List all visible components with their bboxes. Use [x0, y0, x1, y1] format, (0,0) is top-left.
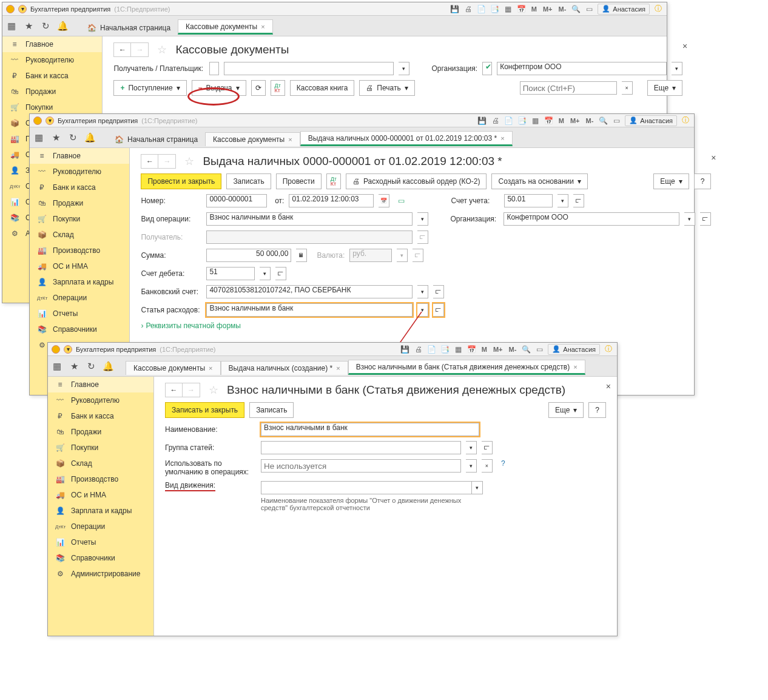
bell-icon[interactable]: 🔔 [57, 21, 68, 32]
page-close[interactable]: × [682, 41, 687, 51]
sidebar-item-sales[interactable]: 🛍Продажи [2, 84, 102, 99]
sidebar-item-bank[interactable]: ₽Банк и касса [2, 68, 102, 84]
btn-dtkt[interactable]: ДтКт [271, 80, 285, 96]
compare-icon[interactable]: 📑 [517, 116, 527, 125]
doc-icon[interactable]: 📄 [477, 5, 487, 13]
apps-icon[interactable]: ▦ [33, 132, 44, 143]
filter-input[interactable] [224, 62, 394, 75]
org-input[interactable]: Конфетпром ООО [504, 212, 679, 226]
info-icon[interactable]: ⓘ [604, 344, 613, 354]
btn-create-base[interactable]: Создать на основании▾ [491, 173, 588, 189]
move-input[interactable] [261, 481, 472, 494]
bell-icon[interactable]: 🔔 [84, 132, 95, 143]
btn-more[interactable]: Еще▾ [647, 80, 682, 96]
nav-fwd[interactable]: → [131, 43, 148, 56]
exp-input[interactable]: Взнос наличными в банк [206, 303, 413, 317]
btn-cashbook[interactable]: Кассовая книга [290, 80, 355, 96]
btn-write[interactable]: Записать [249, 402, 294, 418]
home-tab[interactable]: 🏠Начальная страница [107, 133, 205, 146]
nav-fwd[interactable]: → [183, 383, 200, 397]
sidebar-item-manager[interactable]: 〰Руководителю [2, 52, 102, 68]
btn-more[interactable]: Еще▾ [653, 173, 689, 189]
tab-close[interactable]: × [261, 23, 264, 30]
tab-payout[interactable]: Выдача наличных 0000-000001 от 01.02.201… [300, 131, 513, 146]
use-input[interactable] [261, 459, 461, 473]
app-menu-dropdown[interactable]: ▾ [18, 5, 27, 13]
btn-refresh[interactable]: ⟳ [251, 80, 266, 96]
page-close[interactable]: × [606, 382, 611, 391]
org-check[interactable]: ✔ [482, 62, 492, 75]
use-clear[interactable]: × [482, 459, 493, 473]
btn-more[interactable]: Еще▾ [548, 402, 584, 418]
app-menu-dropdown[interactable]: ▾ [64, 345, 72, 354]
save-icon[interactable]: 💾 [477, 116, 487, 125]
tab-payout-create[interactable]: Выдача наличных (создание) *× [221, 361, 348, 375]
history-icon[interactable]: ↻ [86, 361, 96, 372]
acc-input[interactable]: 50.01 [504, 194, 553, 207]
filter-check[interactable] [209, 62, 219, 75]
home-tab[interactable]: 🏠Начальная страница [80, 21, 178, 35]
calendar-icon[interactable]: 📅 [544, 116, 554, 125]
star-icon[interactable]: ★ [23, 21, 34, 32]
btn-dtkt[interactable]: ДтКт [326, 173, 341, 189]
mplus-btn[interactable]: M+ [542, 5, 554, 13]
user-chip[interactable]: 👤Анастасия [598, 4, 650, 15]
btn-ko2[interactable]: 🖨Расходный кассовый ордер (КО-2) [346, 173, 487, 189]
print-icon[interactable]: 🖨 [491, 116, 500, 125]
name-input[interactable]: Взнос наличными в банк [261, 423, 479, 436]
sum-input[interactable]: 50 000,00 [206, 249, 291, 262]
sidebar-item-main[interactable]: ≡Главное [2, 36, 102, 52]
btn-conduct[interactable]: Провести [276, 173, 322, 189]
panel-icon[interactable]: ▭ [584, 5, 594, 13]
search-clear[interactable]: × [622, 81, 633, 95]
star-icon[interactable]: ★ [69, 361, 79, 372]
help-hint-icon[interactable]: ? [501, 459, 505, 468]
doc-icon[interactable]: 📄 [504, 116, 514, 125]
print-req-link[interactable]: ›Реквизиты печатной формы [141, 321, 241, 330]
nav-fwd[interactable]: → [158, 155, 175, 168]
exp-open-btn[interactable]: ⫍ [433, 303, 444, 317]
tab-cash-docs[interactable]: Кассовые документы× [178, 19, 273, 35]
org-drop[interactable]: ▾ [672, 62, 682, 75]
op-input[interactable]: Взнос наличными в банк [206, 212, 413, 226]
panel-icon[interactable]: ▭ [611, 116, 621, 125]
save-icon[interactable]: 💾 [450, 5, 460, 13]
tab-cash-docs[interactable]: Кассовые документы× [126, 361, 221, 375]
bell-icon[interactable]: 🔔 [103, 361, 113, 372]
bank-input[interactable]: 40702810538120107242, ПАО СБЕРБАНК [206, 285, 413, 298]
nav-back[interactable]: ← [166, 383, 183, 397]
fav-star[interactable]: ☆ [157, 43, 167, 56]
group-input[interactable] [261, 441, 461, 454]
info-icon[interactable]: ⓘ [681, 115, 690, 126]
user-chip[interactable]: 👤Анастасия [625, 115, 677, 126]
btn-write[interactable]: Записать [226, 173, 271, 189]
search-input[interactable] [520, 81, 617, 95]
page-close[interactable]: × [711, 153, 716, 163]
info-icon[interactable]: ⓘ [653, 4, 663, 14]
fav-star[interactable]: ☆ [184, 155, 194, 168]
apps-icon[interactable]: ▦ [6, 21, 17, 32]
debit-input[interactable]: 51 [206, 267, 255, 280]
tab-cashflow-item[interactable]: Взнос наличными в банк (Статья движения … [348, 360, 585, 375]
m-btn[interactable]: M [530, 5, 538, 13]
app-menu-dropdown[interactable]: ▾ [45, 116, 54, 125]
filter-drop[interactable]: ▾ [399, 62, 409, 75]
btn-out[interactable]: −Выдача▾ [192, 80, 246, 96]
btn-post-close[interactable]: Провести и закрыть [141, 173, 221, 189]
star-icon[interactable]: ★ [50, 132, 61, 143]
grid-icon[interactable]: ▦ [531, 116, 541, 125]
zoom-icon[interactable]: 🔍 [571, 5, 581, 13]
fav-star[interactable]: ☆ [209, 383, 218, 397]
nav-back[interactable]: ← [114, 43, 131, 56]
btn-print[interactable]: 🖨Печать▾ [359, 80, 414, 96]
num-input[interactable]: 0000-000001 [206, 194, 267, 207]
calc-btn[interactable]: 🖩 [296, 249, 307, 262]
nav-back[interactable]: ← [141, 155, 158, 168]
btn-help[interactable]: ? [694, 173, 712, 189]
btn-help[interactable]: ? [588, 402, 606, 418]
history-icon[interactable]: ↻ [67, 132, 78, 143]
compare-icon[interactable]: 📑 [490, 5, 500, 13]
zoom-icon[interactable]: 🔍 [598, 116, 608, 125]
grid-icon[interactable]: ▦ [504, 5, 513, 13]
tab-cash-docs[interactable]: Кассовые документы× [205, 132, 300, 146]
